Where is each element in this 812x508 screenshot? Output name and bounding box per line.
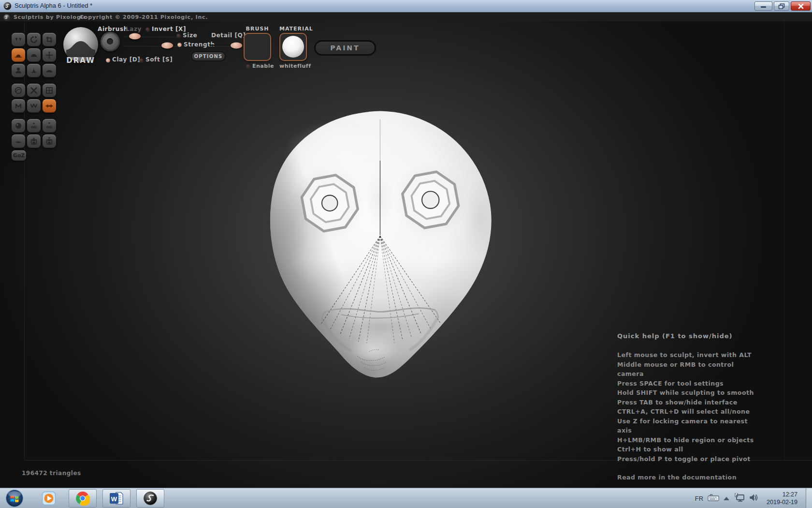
sculptris-app-icon xyxy=(3,2,12,12)
goz-button[interactable]: GoZ xyxy=(12,150,26,161)
symmetry-button[interactable] xyxy=(43,99,56,113)
wireframe-button[interactable] xyxy=(27,99,41,113)
chrome-taskbar-button[interactable] xyxy=(69,489,97,508)
soft-label[interactable]: Soft [S] xyxy=(145,56,173,63)
quick-help-title: Quick help (F1 to show/hide) xyxy=(617,332,757,340)
clay-radio[interactable] xyxy=(106,58,110,62)
tool-rotate-button[interactable] xyxy=(27,33,41,46)
sculptris-icon xyxy=(143,491,158,506)
media-player-icon[interactable] xyxy=(42,491,56,508)
clock[interactable]: 12:27 2019-02-19 xyxy=(767,491,798,506)
tool-pinch-button[interactable] xyxy=(27,64,41,77)
material-name-label: whitefluff xyxy=(279,63,307,69)
brush-falloff-knob[interactable] xyxy=(101,32,120,51)
active-brush-name: DRAW xyxy=(63,56,98,65)
app-name-label: Sculptris by Pixologic xyxy=(14,14,87,20)
strength-slider-handle[interactable] xyxy=(161,42,173,48)
material-section-label: MATERIAL xyxy=(279,26,307,32)
mask-button[interactable] xyxy=(12,99,25,113)
quick-help-panel: Quick help (F1 to show/hide) Left mouse … xyxy=(617,332,757,481)
size-slider[interactable] xyxy=(123,35,181,37)
clay-label[interactable]: Clay [D] xyxy=(112,56,140,63)
windows-taskbar: W FR xyxy=(0,488,812,508)
help-line: Left mouse to sculpt, invert with ALT xyxy=(617,350,757,360)
reduce-brush-button[interactable] xyxy=(12,84,25,97)
help-line: Ctrl+H to show all xyxy=(617,445,757,454)
copyright-label: Copyright © 2009-2011 Pixologic, Inc. xyxy=(80,14,208,20)
material-sphere-preview xyxy=(282,36,304,58)
detail-slider-handle[interactable] xyxy=(231,42,242,48)
detail-slider[interactable] xyxy=(209,45,241,46)
tool-grab-button[interactable] xyxy=(43,48,56,62)
tray-date: 2019-02-19 xyxy=(767,498,798,506)
network-icon[interactable] xyxy=(734,493,745,504)
tool-draw-button[interactable] xyxy=(12,48,25,62)
tool-inflate-button[interactable] xyxy=(12,64,25,77)
window-titlebar[interactable]: Sculptris Alpha 6 - Untitled * xyxy=(0,0,812,13)
word-icon: W xyxy=(109,491,124,506)
svg-text:OBJ: OBJ xyxy=(46,125,53,129)
strength-slider[interactable] xyxy=(123,45,181,46)
size-label[interactable]: Size xyxy=(183,32,197,39)
size-radio[interactable] xyxy=(176,33,181,38)
app-info-bar: Sculptris by Pixologic Copyright © 2009-… xyxy=(0,13,812,21)
options-button[interactable]: OPTIONS xyxy=(191,51,226,61)
left-eye xyxy=(302,175,358,231)
reduce-selected-button[interactable] xyxy=(27,84,41,97)
size-slider-handle[interactable] xyxy=(129,33,141,39)
help-line: Use Z for locking camera to nearest axis xyxy=(617,417,757,435)
tool-flatten-button[interactable] xyxy=(27,48,41,62)
detail-label[interactable]: Detail [Q] xyxy=(211,32,246,39)
invert-label[interactable]: Invert [X] xyxy=(152,26,186,32)
restore-button[interactable] xyxy=(774,1,789,11)
minimize-button[interactable] xyxy=(754,1,772,11)
window-title: Sculptris Alpha 6 - Untitled * xyxy=(14,2,92,9)
show-desktop-button[interactable] xyxy=(806,488,812,508)
new-plane-button[interactable] xyxy=(12,134,25,148)
help-line: Press TAB to show/hide interface xyxy=(617,398,757,407)
soft-radio[interactable] xyxy=(139,58,144,62)
word-taskbar-button[interactable]: W xyxy=(102,489,130,508)
show-hidden-icons-button[interactable] xyxy=(724,497,729,500)
tool-smooth-button[interactable] xyxy=(43,64,56,77)
language-indicator[interactable]: FR xyxy=(695,495,703,502)
airbrush-label[interactable]: Airbrush xyxy=(98,26,128,32)
help-footer: Read more in the documentation xyxy=(617,474,757,481)
close-button[interactable] xyxy=(791,1,811,11)
brush-section-label: BRUSH xyxy=(244,26,271,32)
keyboard-icon[interactable] xyxy=(708,493,719,504)
help-line: Press/hold P to toggle or place pivot xyxy=(617,454,757,464)
svg-text:W: W xyxy=(111,495,117,503)
invert-radio[interactable] xyxy=(145,27,150,31)
open-file-button[interactable] xyxy=(27,134,41,148)
tool-sidebar: OBJ OBJ GoZ xyxy=(12,33,56,161)
viewport-border-right xyxy=(784,21,784,460)
enable-label[interactable]: Enable xyxy=(252,63,274,69)
right-eye xyxy=(403,172,459,228)
lazy-label[interactable]: Lazy xyxy=(126,26,142,32)
help-line: Middle mouse or RMB to control camera xyxy=(617,360,757,379)
paint-mode-button[interactable]: PAINT xyxy=(314,40,376,56)
start-button[interactable] xyxy=(5,489,24,508)
tray-time: 12:27 xyxy=(767,491,798,498)
help-line: CTRL+A, CTRL+D will select all/none xyxy=(617,407,757,417)
triangle-count-label: 196472 triangles xyxy=(22,470,81,477)
import-obj-button[interactable]: OBJ xyxy=(27,119,41,133)
tool-scale-button[interactable] xyxy=(43,33,56,46)
material-slot[interactable] xyxy=(279,33,307,61)
help-line: Hold SHIFT while sculpting to smooth xyxy=(617,388,757,398)
new-sphere-button[interactable] xyxy=(12,119,25,133)
save-file-button[interactable] xyxy=(43,134,56,148)
subdivide-all-button[interactable] xyxy=(43,84,56,97)
export-obj-button[interactable]: OBJ xyxy=(43,119,56,133)
help-line: H+LMB/RMB to hide region or objects xyxy=(617,435,757,445)
enable-radio[interactable] xyxy=(246,64,250,68)
svg-text:OBJ: OBJ xyxy=(31,125,37,129)
sculptris-taskbar-button[interactable] xyxy=(136,489,164,508)
main-area: OBJ OBJ GoZ DRAW Airbrush Lazy Invert xyxy=(0,21,812,488)
tool-crease-button[interactable] xyxy=(12,33,25,46)
strength-radio[interactable] xyxy=(177,43,182,47)
chrome-icon xyxy=(75,491,90,506)
volume-icon[interactable] xyxy=(749,493,758,504)
brush-slot[interactable] xyxy=(244,33,271,61)
